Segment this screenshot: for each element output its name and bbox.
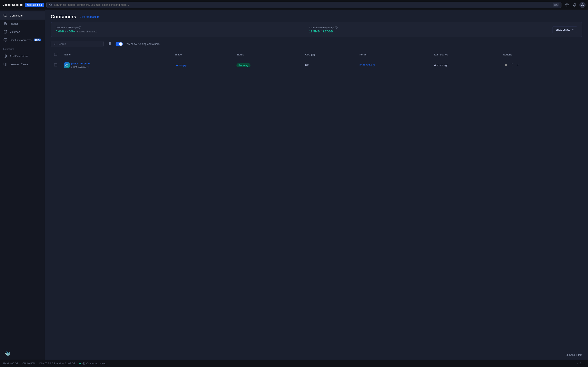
extensions-section: Extensions ⋯ [0, 44, 45, 52]
copy-id-icon[interactable]: ⎘ [87, 66, 88, 68]
feedback-link[interactable]: Give feedback [79, 15, 100, 18]
sidebar-item-learning-center[interactable]: Learning Center [0, 60, 45, 68]
svg-point-27 [512, 66, 512, 66]
extensions-more-button[interactable]: ⋯ [38, 47, 42, 51]
showing-info-bar: Showing 1 item [45, 350, 588, 360]
sidebar-label-images: Images [10, 22, 18, 25]
gear-icon [565, 3, 569, 7]
svg-rect-4 [4, 14, 7, 16]
status-badge: Running [236, 63, 251, 67]
sidebar-item-containers[interactable]: Containers [0, 11, 45, 20]
cpu-info: CPU 0.50% [22, 362, 35, 365]
columns-icon [107, 42, 111, 45]
svg-line-1 [51, 6, 52, 6]
mem-label: Container memory usage [309, 26, 553, 29]
svg-rect-20 [108, 42, 109, 45]
page-title: Containers [51, 14, 76, 20]
cpu-info-icon[interactable] [78, 26, 81, 29]
container-id-row: e4d49e57ab38 ⎘ [71, 66, 90, 68]
chevron-down-icon [571, 28, 574, 31]
svg-line-11 [98, 16, 99, 17]
container-search-box[interactable] [51, 41, 104, 47]
more-options-button[interactable] [510, 62, 514, 68]
container-id-text: e4d49e57ab38 [71, 66, 86, 68]
svg-point-18 [54, 43, 55, 44]
sidebar: Containers Images Volumes [0, 10, 45, 360]
show-charts-label: Show charts [555, 28, 570, 31]
cpu-value-cell: 0% [305, 64, 309, 67]
volumes-icon [3, 30, 7, 34]
sidebar-label-volumes: Volumes [10, 30, 20, 33]
image-link[interactable]: node-app [174, 64, 187, 67]
user-avatar[interactable] [579, 2, 586, 8]
containers-icon [3, 13, 7, 17]
mem-info-icon[interactable] [335, 26, 338, 29]
show-charts-button[interactable]: Show charts [552, 26, 577, 33]
content-area: Containers Give feedback Container CPU u… [45, 10, 588, 360]
table-header-row: Name Image Status CPU (%) Port(s) [51, 50, 582, 59]
sidebar-item-images[interactable]: Images [0, 20, 45, 28]
port-link[interactable]: 3001:3001 [360, 64, 372, 67]
sidebar-bottom: 🐳 [0, 348, 45, 360]
row-ports-cell: 3001:3001 [356, 59, 431, 71]
th-checkbox [51, 50, 61, 59]
upgrade-button[interactable]: Upgrade plan [25, 3, 44, 7]
ram-info: RAM 3.05 GB [3, 362, 18, 365]
sidebar-label-add-extensions: Add Extensions [10, 55, 28, 58]
svg-point-25 [512, 63, 512, 64]
stats-divider [304, 25, 304, 34]
containers-table-container: Name Image Status CPU (%) Port(s) [45, 50, 588, 350]
open-port-icon[interactable] [373, 64, 375, 67]
connected-indicator: Connected to Hub [79, 362, 106, 365]
row-cpu-cell: 0% [302, 59, 356, 71]
learning-center-icon [3, 62, 7, 66]
row-image-cell: node-app [171, 59, 233, 71]
sidebar-item-dev-environments[interactable]: Dev Environments BETA [0, 36, 45, 44]
container-name-link[interactable]: jovial_herschel [71, 62, 90, 65]
topbar-icons [564, 2, 586, 8]
delete-button[interactable] [515, 63, 521, 68]
svg-point-0 [50, 4, 52, 6]
sidebar-item-add-extensions[interactable]: Add Extensions [0, 52, 45, 60]
actions-cell-content [503, 62, 579, 68]
version-badge: v4.21.1 [577, 362, 585, 365]
hub-icon [82, 362, 85, 365]
docker-whale-icon[interactable]: 🐳 [2, 350, 43, 358]
mem-stats: Container memory usage 12.5MB / 3.75GB [309, 26, 553, 33]
name-cell-content: jovial_herschel e4d49e57ab38 ⎘ [64, 62, 168, 68]
svg-point-3 [582, 4, 583, 5]
settings-button[interactable] [564, 2, 570, 8]
disk-info: Disk 57.56 GB avail. of 62.67 GB [39, 362, 75, 365]
table-row[interactable]: jovial_herschel e4d49e57ab38 ⎘ node-app [51, 59, 582, 71]
user-icon [581, 3, 584, 7]
connected-label: Connected to Hub [86, 362, 106, 365]
th-cpu: CPU (%) [302, 50, 356, 59]
row-actions-cell [500, 59, 582, 71]
svg-rect-7 [4, 39, 7, 41]
running-filter-toggle-row: Only show running containers [116, 42, 159, 46]
toolbar: Only show running containers [45, 40, 588, 50]
global-search-input[interactable] [54, 3, 551, 6]
th-last-started: Last started [431, 50, 500, 59]
th-status: Status [233, 50, 302, 59]
running-filter-toggle[interactable] [116, 42, 123, 46]
sidebar-item-volumes[interactable]: Volumes [0, 28, 45, 36]
bell-icon [573, 3, 577, 7]
topbar: Docker Desktop Upgrade plan ⌘K [0, 0, 588, 10]
svg-rect-22 [66, 65, 68, 66]
bottombar-left: RAM 3.05 GB CPU 0.50% Disk 57.56 GB avai… [3, 362, 106, 365]
select-all-checkbox[interactable] [54, 53, 57, 56]
container-search-input[interactable] [58, 42, 101, 45]
global-search-box[interactable]: ⌘K [46, 2, 562, 8]
th-name: Name [61, 50, 171, 59]
row-last-started-cell: 4 hours ago [431, 59, 500, 71]
svg-line-19 [55, 44, 56, 45]
stop-button[interactable] [503, 63, 509, 68]
notifications-button[interactable] [572, 2, 578, 8]
row-status-cell: Running [233, 59, 302, 71]
svg-point-26 [512, 64, 512, 65]
svg-line-23 [374, 64, 375, 66]
columns-button[interactable] [106, 40, 112, 48]
add-extensions-icon [3, 54, 7, 58]
row-checkbox[interactable] [54, 63, 57, 67]
